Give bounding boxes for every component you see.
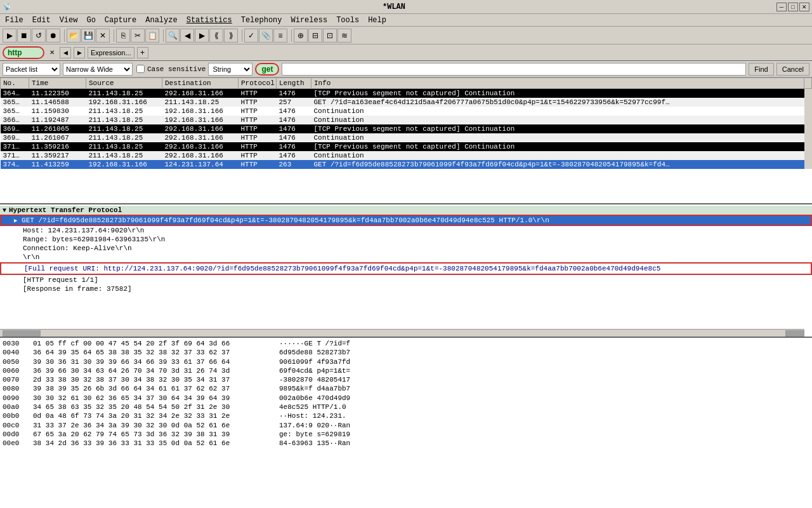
hex-ascii: 84-63963 135··Ran [279, 439, 350, 448]
hex-content: 0030 01 05 ff cf 00 00 47 45 54 20 2f 3f… [3, 339, 809, 448]
menu-item-wireless[interactable]: Wireless [287, 15, 332, 26]
tb-open[interactable]: 📂 [67, 29, 81, 43]
packet-table-header: No. Time Source Destination Protocol Len… [1, 78, 812, 89]
packet-row[interactable]: 374…11.413259192.168.31.166124.231.137.6… [1, 160, 812, 169]
packet-row[interactable]: 365…11.146588192.168.31.166211.143.18.25… [1, 98, 812, 107]
tb-restart[interactable]: ↺ [32, 29, 46, 43]
packet-row[interactable]: 366…11.192487211.143.18.25192.168.31.166… [1, 116, 812, 124]
expand-sub-arrow-icon[interactable]: ▶ [14, 218, 17, 224]
tb-back[interactable]: ◀ [180, 29, 194, 43]
filter-clear-button[interactable]: ✕ [47, 48, 57, 58]
search-type-select[interactable]: String Hex value Regular expression [208, 63, 252, 76]
menu-item-file[interactable]: File [1, 15, 27, 26]
packet-row[interactable]: 369…11.261065211.143.18.25292.168.31.166… [1, 124, 812, 133]
filter-next-button[interactable]: ▶ [74, 47, 85, 58]
tb-paste[interactable]: 📋 [145, 29, 159, 43]
tb-stop[interactable]: ⏹ [17, 29, 31, 43]
tb-copy[interactable]: ⎘ [116, 29, 130, 43]
cell-src: 211.143.18.25 [86, 133, 162, 142]
hex-addr: 0070 [3, 375, 28, 384]
packet-row[interactable]: 371…11.359217211.143.18.25292.168.31.166… [1, 151, 812, 160]
tb-left[interactable]: ⟪ [209, 29, 223, 43]
hex-addr: 0050 [3, 358, 28, 366]
filter-prev-button[interactable]: ◀ [60, 47, 71, 58]
cell-info: Continuation [311, 116, 804, 124]
cancel-button[interactable]: Cancel [776, 63, 809, 76]
tb-zoom-out[interactable]: ⊟ [308, 29, 322, 43]
menu-item-help[interactable]: Help [364, 15, 390, 26]
detail-hscroll[interactable] [0, 329, 804, 337]
tb-graph[interactable]: ≋ [337, 29, 351, 43]
tb-cut[interactable]: ✂ [131, 29, 145, 43]
cell-no: 369… [1, 133, 29, 142]
cell-proto: HTTP [239, 116, 277, 124]
menu-item-edit[interactable]: Edit [29, 15, 55, 26]
get-button[interactable]: get [255, 63, 279, 76]
cell-len: 1476 [277, 151, 311, 160]
detail-response-text: [Response in frame: 37582] [23, 285, 132, 293]
close-button[interactable]: ✕ [799, 3, 809, 11]
minimize-button[interactable]: ─ [776, 3, 787, 11]
hex-addr: 00b0 [3, 411, 28, 420]
packet-row[interactable]: 365…11.159830211.143.18.25192.168.31.166… [1, 107, 812, 116]
tb-record[interactable]: ⏺ [46, 29, 60, 43]
cell-no: 365… [1, 107, 29, 116]
expression-button[interactable]: Expression... [88, 47, 134, 58]
tb-zoom-in[interactable]: ⊕ [294, 29, 308, 43]
hex-row: 0050 39 30 36 31 30 39 39 66 34 66 39 33… [3, 358, 809, 366]
find-input[interactable] [282, 63, 746, 76]
tb-save[interactable]: 💾 [81, 29, 95, 43]
hex-bytes: 0d 0a 48 6f 73 74 3a 20 31 32 34 2e 32 3… [33, 411, 274, 420]
tb-check[interactable]: ✓ [244, 29, 258, 43]
hex-bytes: 01 05 ff cf 00 00 47 45 54 20 2f 3f 69 6… [33, 339, 274, 348]
menu-item-capture[interactable]: Capture [101, 15, 140, 26]
search-encoding-select[interactable]: Narrow & Wide Narrow Wide [63, 63, 133, 76]
packet-row[interactable]: 369…11.261067211.143.18.25292.168.31.166… [1, 133, 812, 142]
detail-http-header[interactable]: ▼ Hypertext Transfer Protocol [0, 206, 812, 215]
menu-item-tools[interactable]: Tools [332, 15, 363, 26]
toolbar-sep-2 [112, 29, 114, 42]
hex-bytes: 36 64 39 35 64 65 38 38 35 32 38 32 37 3… [33, 348, 274, 357]
menu-item-view[interactable]: View [56, 15, 82, 26]
find-button[interactable]: Find [749, 63, 773, 76]
expand-arrow-icon[interactable]: ▼ [3, 207, 6, 214]
tb-zoom-fit[interactable]: ⊡ [323, 29, 337, 43]
menu-item-statistics[interactable]: Statistics [183, 15, 236, 26]
cell-src: 211.143.18.25 [86, 89, 162, 98]
cell-dst: 192.168.31.166 [162, 107, 239, 116]
packet-list[interactable]: No. Time Source Destination Protocol Len… [0, 77, 812, 204]
menu-item-go[interactable]: Go [82, 15, 99, 26]
hex-pane[interactable]: 0030 01 05 ff cf 00 00 47 45 54 20 2f 3f… [0, 338, 812, 508]
cell-info: Continuation [311, 107, 804, 116]
case-sensitive-checkbox[interactable] [136, 65, 145, 73]
detail-pane[interactable]: ▼ Hypertext Transfer Protocol ▶ GET /?id… [0, 204, 812, 338]
tb-start[interactable]: ▶ [3, 29, 16, 43]
menu-item-telephony[interactable]: Telephony [237, 15, 286, 26]
search-scope-select[interactable]: Packet list Packet details Packet bytes [3, 63, 60, 76]
tb-close[interactable]: ✕ [96, 29, 110, 43]
hex-addr: 00d0 [3, 430, 28, 439]
tb-list[interactable]: ≡ [273, 29, 287, 43]
col-time: Time [29, 78, 86, 89]
filter-input[interactable] [8, 48, 39, 57]
tb-fwd[interactable]: ▶ [195, 29, 209, 43]
tb-find[interactable]: 🔍 [166, 29, 180, 43]
toolbar-sep-3 [161, 29, 164, 42]
cell-len: 1476 [277, 124, 311, 133]
detail-host-text: Host: 124.231.137.64:9020\r\n [23, 227, 144, 234]
tb-right[interactable]: ⟫ [224, 29, 238, 43]
toolbar-sep-5 [289, 29, 292, 42]
tb-attach[interactable]: 📎 [259, 29, 273, 43]
packet-row[interactable]: 371…11.359216211.143.18.25292.168.31.166… [1, 142, 812, 151]
hex-bytes: 30 30 32 61 30 62 36 65 34 37 30 64 34 3… [33, 394, 274, 403]
maximize-button[interactable]: □ [788, 3, 798, 11]
add-filter-button[interactable]: + [137, 47, 148, 58]
window-controls: ─ □ ✕ [776, 3, 809, 11]
cell-no: 371… [1, 151, 29, 160]
cell-no: 371… [1, 142, 29, 151]
cell-time: 11.359217 [29, 151, 86, 160]
packet-row[interactable]: 364…11.122350211.143.18.25292.168.31.166… [1, 89, 812, 98]
menu-item-analyze[interactable]: Analyze [141, 15, 181, 26]
hex-ascii: 137.64:9 020··Ran [279, 421, 350, 430]
cell-src: 192.168.31.166 [86, 160, 162, 169]
